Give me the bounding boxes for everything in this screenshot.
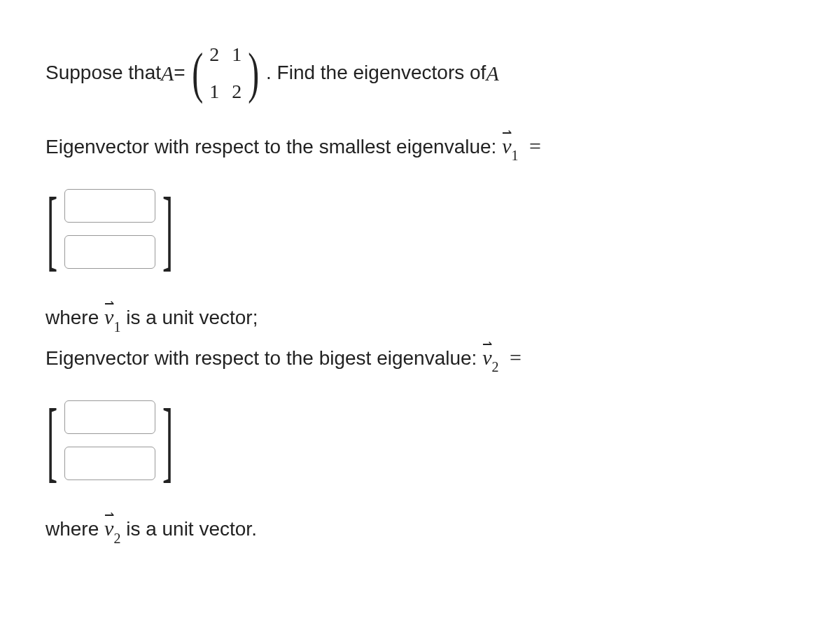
- matrix-variable-A-2: A: [486, 57, 498, 90]
- right-bracket-icon: ]: [162, 194, 173, 264]
- v2-vector-input: [ ]: [46, 393, 175, 487]
- q2-note-line: where ⇀v2 is a unit vector.: [46, 512, 794, 547]
- equals-v2: =: [504, 346, 521, 369]
- v2-inputs: [59, 393, 161, 487]
- q1-note-suffix: is a unit vector;: [120, 307, 258, 328]
- q2-prompt: Eigenvector with respect to the bigest e…: [46, 347, 482, 369]
- q1-note-prefix: where: [46, 307, 104, 328]
- q2-note-prefix: where: [46, 518, 104, 540]
- q2-prompt-line: Eigenvector with respect to the bigest e…: [46, 341, 794, 376]
- matrix-cell-21: 1: [209, 76, 219, 108]
- vector-arrow-icon: ⇀: [104, 295, 114, 314]
- v1-vector-input: [ ]: [46, 182, 175, 276]
- equals-sign: =: [174, 57, 185, 89]
- problem-prefix: Suppose that: [46, 57, 161, 89]
- left-bracket-icon: [: [47, 405, 57, 475]
- q1-note-line: where ⇀v1 is a unit vector;: [46, 300, 794, 335]
- right-paren-icon: ): [248, 50, 260, 96]
- vector-arrow-icon: ⇀: [104, 506, 114, 525]
- vec-subscript-1: 1: [511, 148, 518, 163]
- vec-subscript-2: 2: [491, 359, 498, 374]
- vector-v1-note: ⇀v: [104, 300, 113, 334]
- problem-statement: Suppose that A = ( 2 1 1 2 ) . Find the …: [46, 35, 794, 112]
- vec-subscript-2-note: 2: [113, 531, 120, 546]
- v2-component-2-input[interactable]: [64, 447, 155, 480]
- q2-note-suffix: is a unit vector.: [120, 518, 257, 540]
- q1-prompt: Eigenvector with respect to the smallest…: [46, 136, 502, 158]
- matrix-cell-12: 1: [232, 39, 241, 71]
- left-bracket-icon: [: [47, 194, 57, 264]
- matrix-cells: 2 1 1 2: [206, 35, 244, 112]
- matrix-variable-A: A: [161, 57, 174, 90]
- vector-arrow-icon: ⇀: [502, 124, 512, 143]
- v2-component-1-input[interactable]: [64, 400, 155, 434]
- vector-v2: ⇀v: [482, 341, 491, 374]
- problem-suffix: . Find the eigenvectors of: [266, 57, 486, 89]
- right-bracket-icon: ]: [162, 405, 173, 475]
- vector-v1: ⇀v: [502, 130, 511, 163]
- q1-prompt-line: Eigenvector with respect to the smallest…: [46, 130, 794, 164]
- v1-component-1-input[interactable]: [64, 189, 155, 223]
- v1-component-2-input[interactable]: [64, 235, 155, 269]
- equals-v1: =: [524, 134, 540, 158]
- left-paren-icon: (: [192, 50, 203, 96]
- vec-subscript-1-note: 1: [113, 319, 120, 335]
- matrix-A: ( 2 1 1 2 ): [188, 35, 263, 112]
- vector-arrow-icon: ⇀: [482, 335, 492, 354]
- vector-v2-note: ⇀v: [104, 512, 113, 545]
- v1-inputs: [59, 182, 161, 276]
- matrix-cell-22: 2: [232, 76, 241, 108]
- matrix-cell-11: 2: [209, 39, 219, 71]
